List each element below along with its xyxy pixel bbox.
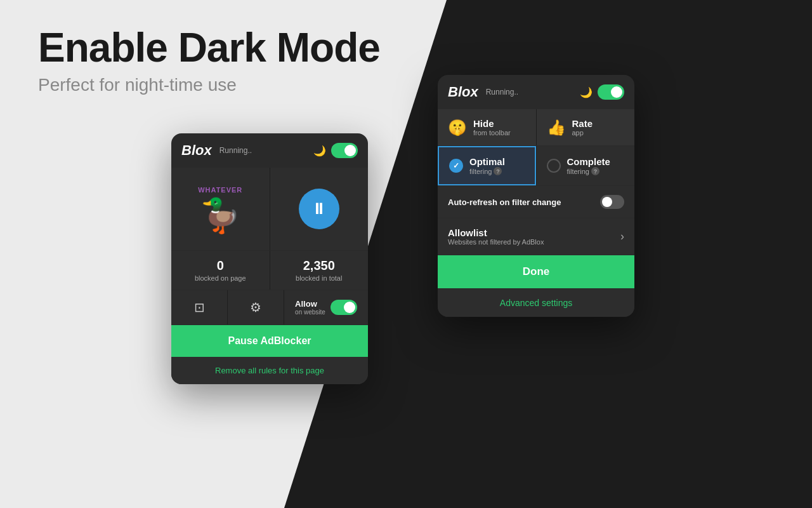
optimal-label-area: Optimal filtering ? bbox=[469, 156, 505, 175]
filter-options: Optimal filtering ? Complete filtering ? bbox=[438, 146, 634, 185]
action-grid: 🤫 Hide from toolbar 👍 Rate app bbox=[438, 109, 634, 145]
moon-icon-left: 🌙 bbox=[313, 145, 326, 157]
allowlist-name: Allowlist bbox=[448, 227, 544, 238]
complete-help-icon: ? bbox=[591, 167, 599, 175]
popup-right-header: Blox Running.. 🌙 bbox=[438, 75, 634, 109]
blocked-page-label: blocked on page bbox=[181, 274, 259, 282]
auto-refresh-row: Auto-refresh on filter change bbox=[438, 186, 634, 218]
complete-label-area: Complete filtering ? bbox=[567, 156, 610, 175]
optimal-filter-option[interactable]: Optimal filtering ? bbox=[438, 146, 536, 185]
duck-cell: WHATEVER 🦆 bbox=[171, 168, 270, 250]
allowlist-label-area: Allowlist Websites not filtered by AdBlo… bbox=[448, 227, 544, 246]
moon-icon-right: 🌙 bbox=[580, 86, 593, 98]
complete-filter-option[interactable]: Complete filtering ? bbox=[537, 146, 635, 185]
whatever-text: WHATEVER bbox=[198, 186, 242, 194]
complete-radio bbox=[547, 159, 561, 173]
stats-row: 0 blocked on page 2,350 blocked in total bbox=[171, 251, 368, 290]
pause-cell: ⏸ bbox=[270, 168, 369, 250]
blocked-total-label: blocked in total bbox=[280, 274, 358, 282]
allow-main-label: Allow bbox=[295, 299, 325, 309]
optimal-radio bbox=[449, 159, 463, 173]
rate-app-button[interactable]: 👍 Rate app bbox=[537, 109, 635, 145]
main-title: Enable Dark Mode bbox=[38, 25, 380, 70]
allowlist-row[interactable]: Allowlist Websites not filtered by AdBlo… bbox=[438, 218, 634, 255]
main-toggle-right[interactable] bbox=[598, 84, 624, 100]
allow-label-area: Allow on website bbox=[295, 299, 325, 316]
complete-sub: filtering ? bbox=[567, 167, 610, 175]
middle-area: WHATEVER 🦆 ⏸ bbox=[171, 168, 368, 250]
blocked-total-number: 2,350 bbox=[280, 258, 358, 273]
pause-circle-button[interactable]: ⏸ bbox=[299, 189, 339, 229]
cursor-button[interactable]: ⊡ bbox=[171, 290, 227, 324]
hide-label-main: Hide bbox=[473, 118, 511, 129]
pause-icon: ⏸ bbox=[311, 201, 327, 217]
optimal-name: Optimal bbox=[469, 156, 505, 167]
auto-refresh-toggle[interactable] bbox=[600, 195, 624, 209]
popup-left-header: Blox Running.. 🌙 bbox=[171, 133, 368, 168]
done-button[interactable]: Done bbox=[438, 255, 634, 288]
rate-label: Rate app bbox=[572, 118, 593, 137]
stat-blocked-page: 0 blocked on page bbox=[171, 251, 270, 290]
sub-title: Perfect for night-time use bbox=[38, 75, 380, 95]
settings-button[interactable]: ⚙ bbox=[228, 290, 284, 324]
blox-logo-left: Blox bbox=[181, 142, 212, 159]
optimal-help-icon: ? bbox=[494, 167, 502, 175]
running-status-right: Running.. bbox=[486, 88, 575, 97]
allow-sub-label: on website bbox=[295, 309, 325, 316]
allow-control: Allow on website bbox=[284, 290, 368, 324]
hide-label: Hide from toolbar bbox=[473, 118, 511, 137]
header-area: Enable Dark Mode Perfect for night-time … bbox=[38, 25, 380, 95]
stat-blocked-total: 2,350 blocked in total bbox=[270, 251, 369, 290]
controls-row: ⊡ ⚙ Allow on website bbox=[171, 290, 368, 324]
rate-label-sub: app bbox=[572, 129, 593, 137]
optimal-sub: filtering ? bbox=[469, 167, 505, 175]
advanced-settings-link[interactable]: Advanced settings bbox=[438, 289, 634, 317]
complete-name: Complete bbox=[567, 156, 610, 167]
remove-rules-link[interactable]: Remove all rules for this page bbox=[171, 357, 368, 384]
rate-icon: 👍 bbox=[547, 119, 566, 137]
pause-adblocker-button[interactable]: Pause AdBlocker bbox=[171, 325, 368, 357]
hide-label-sub: from toolbar bbox=[473, 129, 511, 137]
hide-icon: 🤫 bbox=[448, 119, 467, 137]
duck-emoji: 🦆 bbox=[200, 199, 241, 232]
blox-logo-right: Blox bbox=[448, 84, 478, 100]
chevron-right-icon: › bbox=[620, 230, 624, 243]
allow-toggle[interactable] bbox=[331, 300, 357, 315]
gear-icon: ⚙ bbox=[250, 300, 261, 315]
cursor-icon: ⊡ bbox=[194, 300, 205, 315]
running-status-left: Running.. bbox=[219, 146, 308, 155]
popup-left: Blox Running.. 🌙 WHATEVER 🦆 ⏸ 0 blocked … bbox=[171, 133, 368, 384]
blocked-page-number: 0 bbox=[181, 258, 259, 273]
main-toggle-left[interactable] bbox=[331, 143, 358, 158]
rate-label-main: Rate bbox=[572, 118, 593, 129]
auto-refresh-label: Auto-refresh on filter change bbox=[448, 197, 561, 207]
allowlist-sub: Websites not filtered by AdBlox bbox=[448, 238, 544, 246]
hide-toolbar-button[interactable]: 🤫 Hide from toolbar bbox=[438, 109, 536, 145]
popup-right: Blox Running.. 🌙 🤫 Hide from toolbar 👍 R… bbox=[438, 75, 634, 317]
